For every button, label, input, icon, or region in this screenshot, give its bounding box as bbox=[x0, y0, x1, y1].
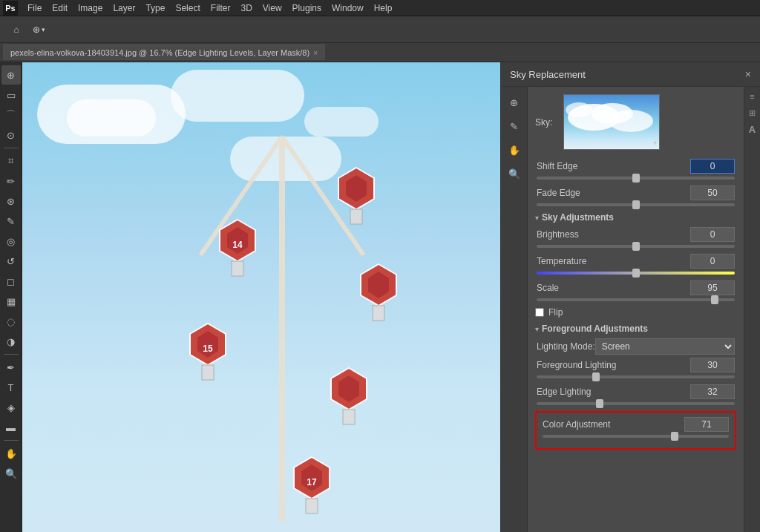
tool-divider-3 bbox=[4, 440, 19, 441]
menu-type[interactable]: Type bbox=[140, 1, 170, 15]
dodge-tool-btn[interactable]: ◑ bbox=[1, 332, 21, 351]
home-button[interactable]: ⌂ bbox=[6, 19, 27, 40]
foreground-lighting-input[interactable] bbox=[690, 358, 735, 372]
color-adjustment-slider-thumb[interactable] bbox=[671, 432, 678, 441]
foreground-adjustments-header[interactable]: ▾ Foreground Adjustments bbox=[535, 324, 736, 334]
foreground-lighting-slider-thumb[interactable] bbox=[592, 372, 600, 381]
gradient-tool-btn[interactable]: ▦ bbox=[1, 292, 21, 311]
menu-help[interactable]: Help bbox=[369, 1, 398, 15]
svg-rect-22 bbox=[202, 365, 214, 380]
edge-lighting-input[interactable] bbox=[690, 384, 735, 399]
svg-rect-14 bbox=[306, 499, 318, 513]
zoom-tool-btn[interactable]: 🔍 bbox=[1, 464, 21, 483]
fade-edge-label: Fade Edge bbox=[537, 188, 580, 198]
lighting-mode-label: Lighting Mode: bbox=[537, 341, 595, 352]
flip-checkbox[interactable] bbox=[535, 308, 544, 317]
scale-input[interactable] bbox=[690, 280, 735, 295]
hand-tool-btn[interactable]: ✋ bbox=[1, 444, 21, 463]
menu-view[interactable]: View bbox=[258, 1, 287, 15]
properties-icon[interactable]: ≡ bbox=[746, 90, 759, 103]
menu-plugins[interactable]: Plugins bbox=[287, 1, 327, 15]
color-adjustment-row: Color Adjustment bbox=[541, 417, 730, 432]
brightness-label: Brightness bbox=[537, 229, 579, 240]
move-tool-btn[interactable]: ⊕ bbox=[1, 65, 21, 85]
temperature-row: Temperature bbox=[535, 254, 736, 269]
menu-select[interactable]: Select bbox=[170, 1, 205, 15]
scale-slider-track[interactable] bbox=[537, 298, 735, 301]
fade-edge-slider-track[interactable] bbox=[537, 203, 735, 206]
shape-tool-btn[interactable]: ▬ bbox=[1, 418, 21, 437]
menu-layer[interactable]: Layer bbox=[108, 1, 140, 15]
tab-close-button[interactable]: × bbox=[313, 49, 318, 57]
flip-row: Flip bbox=[535, 307, 736, 318]
healing-tool-btn[interactable]: ⊛ bbox=[1, 191, 21, 211]
tab-label: pexels-elina-volkova-18403914.jpg @ 16.7… bbox=[10, 48, 309, 57]
fade-edge-input[interactable] bbox=[690, 185, 735, 200]
menu-file[interactable]: File bbox=[22, 1, 47, 15]
eyedropper-tool-btn[interactable]: ✏ bbox=[1, 171, 21, 191]
history-brush-tool-btn[interactable]: ↺ bbox=[1, 252, 21, 271]
menu-window[interactable]: Window bbox=[327, 1, 369, 15]
chevron-down-icon: ▾ bbox=[42, 26, 45, 33]
lighting-mode-select[interactable]: Screen Multiply Normal bbox=[595, 338, 735, 355]
move-tool[interactable]: ⊕ ▾ bbox=[28, 19, 49, 40]
type-tool-btn[interactable]: T bbox=[1, 378, 21, 397]
scale-slider-thumb[interactable] bbox=[711, 295, 718, 304]
temperature-slider-track[interactable] bbox=[537, 272, 735, 275]
color-adjustment-input[interactable] bbox=[684, 417, 729, 432]
pen-tool-btn[interactable]: ✒ bbox=[1, 358, 21, 377]
edge-lighting-row: Edge Lighting bbox=[535, 384, 736, 399]
brightness-input[interactable] bbox=[690, 227, 735, 242]
shift-edge-slider-thumb[interactable] bbox=[632, 174, 640, 183]
brightness-slider-container bbox=[535, 245, 736, 248]
menu-3d[interactable]: 3D bbox=[235, 1, 257, 15]
adjustments-icon[interactable]: ⊞ bbox=[746, 106, 759, 119]
panel-tools: ⊕ ✎ ✋ 🔍 bbox=[501, 87, 528, 532]
rectangular-marquee-tool-btn[interactable]: ▭ bbox=[1, 85, 21, 105]
panel-body: ⊕ ✎ ✋ 🔍 Sky: bbox=[501, 87, 760, 532]
blur-tool-btn[interactable]: ◌ bbox=[1, 312, 21, 331]
color-adjustment-slider-container bbox=[541, 435, 730, 438]
panel-hand-tool[interactable]: ✋ bbox=[505, 140, 524, 160]
menu-image[interactable]: Image bbox=[73, 1, 108, 15]
fade-edge-slider-thumb[interactable] bbox=[632, 200, 640, 209]
temperature-label: Temperature bbox=[537, 256, 586, 266]
brightness-slider-track[interactable] bbox=[537, 245, 735, 248]
sky-adjustments-chevron: ▾ bbox=[535, 214, 539, 222]
main-area: ⊕ ▭ ⌒ ⊙ ⌗ ✏ ⊛ ✎ ◎ ↺ ◻ ▦ ◌ ◑ ✒ T ◈ ▬ ✋ 🔍 bbox=[0, 62, 760, 532]
foreground-adjustments-chevron: ▾ bbox=[535, 325, 539, 333]
sky-dropdown-arrow[interactable]: ▾ bbox=[653, 139, 657, 147]
brightness-slider-thumb[interactable] bbox=[632, 242, 640, 251]
sky-thumbnail[interactable]: ▾ bbox=[563, 94, 660, 150]
panel-zoom-tool[interactable]: 🔍 bbox=[505, 164, 524, 183]
lasso-tool-btn[interactable]: ⌒ bbox=[1, 105, 21, 125]
app-logo: Ps bbox=[3, 1, 18, 16]
svg-rect-11 bbox=[343, 410, 355, 424]
logo-text: Ps bbox=[5, 4, 15, 13]
quick-select-tool-btn[interactable]: ⊙ bbox=[1, 125, 21, 145]
path-selection-tool-btn[interactable]: ◈ bbox=[1, 398, 21, 417]
foreground-lighting-slider-track[interactable] bbox=[537, 375, 735, 378]
fade-edge-row: Fade Edge bbox=[535, 185, 736, 200]
shift-edge-input[interactable] bbox=[690, 159, 735, 174]
shift-edge-slider-track[interactable] bbox=[537, 177, 735, 180]
panel-brush-tool[interactable]: ✎ bbox=[505, 116, 524, 136]
scale-slider-container bbox=[535, 298, 736, 301]
temperature-slider-thumb[interactable] bbox=[632, 269, 640, 278]
type-right-icon[interactable]: A bbox=[746, 122, 759, 136]
menu-edit[interactable]: Edit bbox=[47, 1, 73, 15]
document-tab[interactable]: pexels-elina-volkova-18403914.jpg @ 16.7… bbox=[3, 45, 325, 60]
color-adjustment-slider-track[interactable] bbox=[543, 435, 729, 438]
crop-tool-btn[interactable]: ⌗ bbox=[1, 151, 21, 171]
flip-label[interactable]: Flip bbox=[548, 307, 563, 318]
clone-stamp-tool-btn[interactable]: ◎ bbox=[1, 231, 21, 251]
eraser-tool-btn[interactable]: ◻ bbox=[1, 272, 21, 291]
brush-tool-btn[interactable]: ✎ bbox=[1, 211, 21, 231]
edge-lighting-slider-track[interactable] bbox=[537, 402, 735, 405]
panel-move-tool[interactable]: ⊕ bbox=[505, 93, 524, 112]
sky-adjustments-header[interactable]: ▾ Sky Adjustments bbox=[535, 212, 736, 223]
temperature-input[interactable] bbox=[690, 254, 735, 269]
panel-close-button[interactable]: × bbox=[745, 68, 751, 80]
menu-filter[interactable]: Filter bbox=[206, 1, 236, 15]
edge-lighting-slider-thumb[interactable] bbox=[596, 399, 603, 408]
